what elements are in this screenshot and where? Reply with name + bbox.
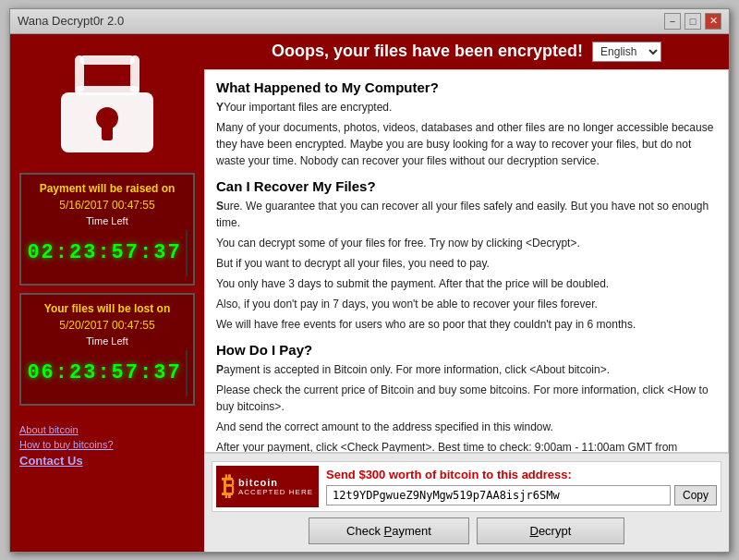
right-panel: Ooops, your files have been encrypted! E… <box>204 34 729 552</box>
svg-rect-0 <box>79 55 135 65</box>
send-label: Send $300 worth of bitcoin to this addre… <box>326 468 717 481</box>
section2-para2: You can decrypt some of your files for f… <box>216 235 717 251</box>
main-window: Wana Decrypt0r 2.0 − □ ✕ <box>9 8 730 553</box>
decrypt-underline: D <box>529 524 538 538</box>
section3-para2: Please check the current price of Bitcoi… <box>216 382 717 415</box>
action-row: Check Payment Decrypt <box>212 517 721 544</box>
about-bitcoin-link[interactable]: About bitcoin <box>19 424 195 435</box>
timer2-digits: 06:23:57:37 <box>27 361 181 384</box>
section2-para6: We will have free events for users who a… <box>216 316 717 333</box>
timer-box-1: Payment will be raised on 5/16/2017 00:4… <box>19 173 195 286</box>
section1-title: What Happened to My Computer? <box>216 79 717 95</box>
section2-para3: But if you want to decrypt all your file… <box>216 255 717 272</box>
section1-para2: Many of your documents, photos, videos, … <box>216 119 717 169</box>
links-section: About bitcoin How to buy bitcoins? Conta… <box>19 424 195 468</box>
check-payment-button[interactable]: Check Payment <box>309 517 469 544</box>
timer1-bar <box>186 230 188 276</box>
right-header: Ooops, your files have been encrypted! E… <box>204 34 729 69</box>
text-content-area: What Happened to My Computer? YYour impo… <box>204 69 729 453</box>
contact-us-link[interactable]: Contact Us <box>19 454 195 468</box>
how-to-buy-link[interactable]: How to buy bitcoins? <box>19 439 195 450</box>
minimize-button[interactable]: − <box>664 13 681 30</box>
section3-para3: And send the correct amount to the addre… <box>216 419 717 435</box>
close-button[interactable]: ✕ <box>705 13 721 30</box>
address-row: Copy <box>326 485 717 505</box>
padlock-icon <box>52 46 163 160</box>
left-panel: Payment will be raised on 5/16/2017 00:4… <box>10 34 204 552</box>
copy-button[interactable]: Copy <box>674 485 717 505</box>
timer1-label: Payment will be raised on <box>29 182 186 195</box>
bitcoin-address-field[interactable] <box>326 485 671 505</box>
timer1-digits: 02:23:57:37 <box>27 241 181 264</box>
timer1-display: 02:23:57:37 <box>29 230 186 276</box>
section3-para4: After your payment, click <Check Payment… <box>216 439 717 453</box>
section2-para5: Also, if you don't pay in 7 days, you wo… <box>216 296 717 312</box>
padlock-container <box>47 43 167 164</box>
timer1-left-label: Time Left <box>29 215 186 226</box>
bitcoin-right: Send $300 worth of bitcoin to this addre… <box>326 468 717 505</box>
bitcoin-word: bitcoin <box>238 477 313 488</box>
bitcoin-accepted: ACCEPTED HERE <box>238 488 313 496</box>
language-select[interactable]: English Chinese Spanish Russian <box>592 42 661 62</box>
timer2-left-label: Time Left <box>29 335 186 347</box>
svg-rect-6 <box>102 124 113 140</box>
bitcoin-logo: ₿ bitcoin ACCEPTED HERE <box>216 466 319 507</box>
section2-para4: You only have 3 days to submit the payme… <box>216 275 717 292</box>
timer2-bar <box>186 350 188 396</box>
timer1-date: 5/16/2017 00:47:55 <box>29 199 186 212</box>
bitcoin-row: ₿ bitcoin ACCEPTED HERE Send $300 worth … <box>212 461 721 512</box>
decrypt-button[interactable]: Decrypt <box>477 517 624 544</box>
section2-title: Can I Recover My Files? <box>216 178 717 194</box>
timer2-date: 5/20/2017 00:47:55 <box>29 319 186 332</box>
timer2-display: 06:23:57:37 <box>29 350 186 396</box>
section1-para1: YYour important files are encrypted. <box>216 99 717 116</box>
main-content: Payment will be raised on 5/16/2017 00:4… <box>10 34 729 552</box>
bottom-area: ₿ bitcoin ACCEPTED HERE Send $300 worth … <box>204 453 729 552</box>
bitcoin-symbol: ₿ <box>222 471 235 502</box>
section2-para1: Sure. We guarantee that you can recover … <box>216 198 717 231</box>
window-title: Wana Decrypt0r 2.0 <box>18 14 124 28</box>
check-underline: P <box>384 524 393 538</box>
header-title: Ooops, your files have been encrypted! <box>272 42 583 61</box>
section3-title: How Do I Pay? <box>216 342 717 358</box>
title-bar: Wana Decrypt0r 2.0 − □ ✕ <box>10 9 729 34</box>
title-bar-buttons: − □ ✕ <box>664 13 721 30</box>
timer2-label: Your files will be lost on <box>29 302 186 315</box>
maximize-button[interactable]: □ <box>684 13 701 30</box>
timer-box-2: Your files will be lost on 5/20/2017 00:… <box>19 293 195 406</box>
section3-para1: Payment is accepted in Bitcoin only. For… <box>216 361 717 378</box>
